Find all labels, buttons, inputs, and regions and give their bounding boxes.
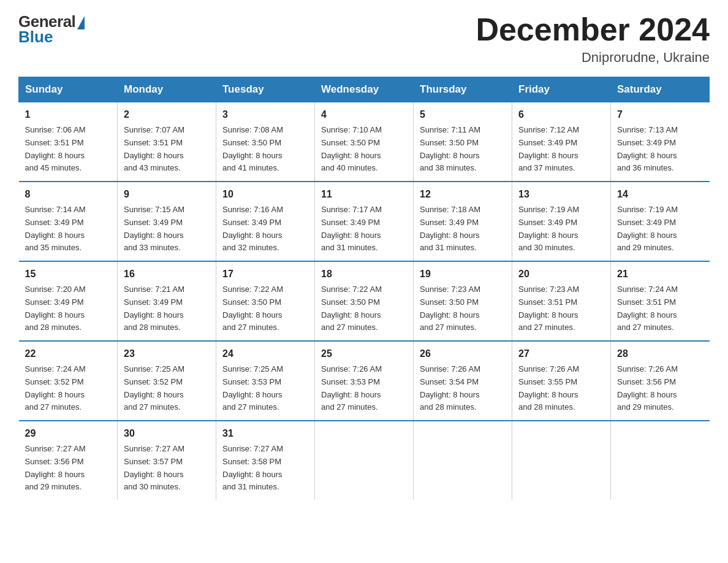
calendar-week-row: 15Sunrise: 7:20 AMSunset: 3:49 PMDayligh… <box>19 261 710 341</box>
day-number: 21 <box>617 267 703 282</box>
day-number: 22 <box>25 347 112 362</box>
calendar-week-row: 8Sunrise: 7:14 AMSunset: 3:49 PMDaylight… <box>19 182 710 261</box>
day-info: Sunrise: 7:19 AMSunset: 3:49 PMDaylight:… <box>518 204 604 255</box>
day-info: Sunrise: 7:26 AMSunset: 3:56 PMDaylight:… <box>617 363 703 414</box>
day-info: Sunrise: 7:25 AMSunset: 3:52 PMDaylight:… <box>124 363 210 414</box>
day-number: 27 <box>518 347 604 362</box>
calendar-cell: 10Sunrise: 7:16 AMSunset: 3:49 PMDayligh… <box>216 182 315 261</box>
day-number: 26 <box>420 347 506 362</box>
day-info: Sunrise: 7:07 AMSunset: 3:51 PMDaylight:… <box>124 124 210 175</box>
day-number: 3 <box>222 107 308 123</box>
day-info: Sunrise: 7:22 AMSunset: 3:50 PMDaylight:… <box>321 283 407 334</box>
location-subtitle: Dniprorudne, Ukraine <box>476 50 710 66</box>
day-number: 14 <box>617 187 703 202</box>
day-info: Sunrise: 7:12 AMSunset: 3:49 PMDaylight:… <box>518 124 604 175</box>
calendar-cell: 15Sunrise: 7:20 AMSunset: 3:49 PMDayligh… <box>19 261 118 341</box>
calendar-cell: 17Sunrise: 7:22 AMSunset: 3:50 PMDayligh… <box>216 261 315 341</box>
day-number: 2 <box>124 107 210 123</box>
header-thursday: Thursday <box>414 77 512 102</box>
calendar-header: SundayMondayTuesdayWednesdayThursdayFrid… <box>19 77 710 102</box>
calendar-cell: 2Sunrise: 7:07 AMSunset: 3:51 PMDaylight… <box>118 102 216 182</box>
day-number: 9 <box>124 187 210 202</box>
logo: General Blue <box>18 12 85 45</box>
calendar-table: SundayMondayTuesdayWednesdayThursdayFrid… <box>18 77 710 500</box>
day-number: 29 <box>25 426 112 442</box>
day-number: 25 <box>321 347 407 362</box>
day-number: 28 <box>617 347 703 362</box>
header-sunday: Sunday <box>19 77 118 102</box>
day-info: Sunrise: 7:23 AMSunset: 3:50 PMDaylight:… <box>420 283 506 334</box>
day-info: Sunrise: 7:11 AMSunset: 3:50 PMDaylight:… <box>420 124 506 175</box>
calendar-cell: 7Sunrise: 7:13 AMSunset: 3:49 PMDaylight… <box>611 102 710 182</box>
calendar-cell: 4Sunrise: 7:10 AMSunset: 3:50 PMDaylight… <box>315 102 414 182</box>
day-number: 11 <box>321 187 407 202</box>
calendar-cell: 6Sunrise: 7:12 AMSunset: 3:49 PMDaylight… <box>512 102 611 182</box>
day-number: 13 <box>518 187 604 202</box>
calendar-cell: 19Sunrise: 7:23 AMSunset: 3:50 PMDayligh… <box>414 261 512 341</box>
day-number: 24 <box>222 347 308 362</box>
day-number: 15 <box>25 267 112 282</box>
day-number: 30 <box>124 426 210 442</box>
calendar-cell: 23Sunrise: 7:25 AMSunset: 3:52 PMDayligh… <box>118 341 216 421</box>
calendar-cell: 20Sunrise: 7:23 AMSunset: 3:51 PMDayligh… <box>512 261 611 341</box>
header-wednesday: Wednesday <box>315 77 414 102</box>
calendar-week-row: 1Sunrise: 7:06 AMSunset: 3:51 PMDaylight… <box>19 102 710 182</box>
day-number: 16 <box>124 267 210 282</box>
calendar-cell: 21Sunrise: 7:24 AMSunset: 3:51 PMDayligh… <box>611 261 710 341</box>
day-number: 31 <box>222 426 308 442</box>
calendar-cell: 14Sunrise: 7:19 AMSunset: 3:49 PMDayligh… <box>611 182 710 261</box>
day-info: Sunrise: 7:26 AMSunset: 3:55 PMDaylight:… <box>518 363 604 414</box>
calendar-cell: 28Sunrise: 7:26 AMSunset: 3:56 PMDayligh… <box>611 341 710 421</box>
day-info: Sunrise: 7:27 AMSunset: 3:58 PMDaylight:… <box>222 443 308 494</box>
calendar-cell: 26Sunrise: 7:26 AMSunset: 3:54 PMDayligh… <box>414 341 512 421</box>
calendar-cell: 8Sunrise: 7:14 AMSunset: 3:49 PMDaylight… <box>19 182 118 261</box>
calendar-cell: 18Sunrise: 7:22 AMSunset: 3:50 PMDayligh… <box>315 261 414 341</box>
day-info: Sunrise: 7:27 AMSunset: 3:56 PMDaylight:… <box>25 443 112 494</box>
day-number: 4 <box>321 107 407 123</box>
day-info: Sunrise: 7:21 AMSunset: 3:49 PMDaylight:… <box>124 283 210 334</box>
calendar-cell: 27Sunrise: 7:26 AMSunset: 3:55 PMDayligh… <box>512 341 611 421</box>
calendar-cell: 11Sunrise: 7:17 AMSunset: 3:49 PMDayligh… <box>315 182 414 261</box>
day-info: Sunrise: 7:24 AMSunset: 3:52 PMDaylight:… <box>25 363 112 414</box>
calendar-cell: 31Sunrise: 7:27 AMSunset: 3:58 PMDayligh… <box>216 421 315 500</box>
logo-triangle-icon <box>77 16 85 29</box>
month-year-title: December 2024 <box>476 12 710 47</box>
day-number: 20 <box>518 267 604 282</box>
day-info: Sunrise: 7:25 AMSunset: 3:53 PMDaylight:… <box>222 363 308 414</box>
calendar-cell: 30Sunrise: 7:27 AMSunset: 3:57 PMDayligh… <box>118 421 216 500</box>
calendar-cell: 1Sunrise: 7:06 AMSunset: 3:51 PMDaylight… <box>19 102 118 182</box>
calendar-cell: 24Sunrise: 7:25 AMSunset: 3:53 PMDayligh… <box>216 341 315 421</box>
header-saturday: Saturday <box>611 77 710 102</box>
calendar-cell: 3Sunrise: 7:08 AMSunset: 3:50 PMDaylight… <box>216 102 315 182</box>
day-number: 6 <box>518 107 604 123</box>
day-info: Sunrise: 7:20 AMSunset: 3:49 PMDaylight:… <box>25 283 112 334</box>
day-info: Sunrise: 7:26 AMSunset: 3:53 PMDaylight:… <box>321 363 407 414</box>
day-number: 19 <box>420 267 506 282</box>
calendar-week-row: 22Sunrise: 7:24 AMSunset: 3:52 PMDayligh… <box>19 341 710 421</box>
header-tuesday: Tuesday <box>216 77 315 102</box>
calendar-cell: 29Sunrise: 7:27 AMSunset: 3:56 PMDayligh… <box>19 421 118 500</box>
day-info: Sunrise: 7:23 AMSunset: 3:51 PMDaylight:… <box>518 283 604 334</box>
day-number: 17 <box>222 267 308 282</box>
calendar-cell: 5Sunrise: 7:11 AMSunset: 3:50 PMDaylight… <box>414 102 512 182</box>
day-info: Sunrise: 7:17 AMSunset: 3:49 PMDaylight:… <box>321 204 407 255</box>
calendar-cell: 13Sunrise: 7:19 AMSunset: 3:49 PMDayligh… <box>512 182 611 261</box>
calendar-cell: 12Sunrise: 7:18 AMSunset: 3:49 PMDayligh… <box>414 182 512 261</box>
day-info: Sunrise: 7:08 AMSunset: 3:50 PMDaylight:… <box>222 124 308 175</box>
day-number: 7 <box>617 107 703 123</box>
day-info: Sunrise: 7:19 AMSunset: 3:49 PMDaylight:… <box>617 204 703 255</box>
page-header: General Blue December 2024 Dniprorudne, … <box>18 12 710 66</box>
day-number: 8 <box>25 187 112 202</box>
day-info: Sunrise: 7:18 AMSunset: 3:49 PMDaylight:… <box>420 204 506 255</box>
day-number: 10 <box>222 187 308 202</box>
day-info: Sunrise: 7:14 AMSunset: 3:49 PMDaylight:… <box>25 204 112 255</box>
day-info: Sunrise: 7:22 AMSunset: 3:50 PMDaylight:… <box>222 283 308 334</box>
day-info: Sunrise: 7:06 AMSunset: 3:51 PMDaylight:… <box>25 124 112 175</box>
day-info: Sunrise: 7:16 AMSunset: 3:49 PMDaylight:… <box>222 204 308 255</box>
logo-blue-text: Blue <box>18 29 53 45</box>
header-monday: Monday <box>118 77 216 102</box>
day-number: 23 <box>124 347 210 362</box>
day-info: Sunrise: 7:24 AMSunset: 3:51 PMDaylight:… <box>617 283 703 334</box>
day-info: Sunrise: 7:26 AMSunset: 3:54 PMDaylight:… <box>420 363 506 414</box>
calendar-cell <box>315 421 414 500</box>
